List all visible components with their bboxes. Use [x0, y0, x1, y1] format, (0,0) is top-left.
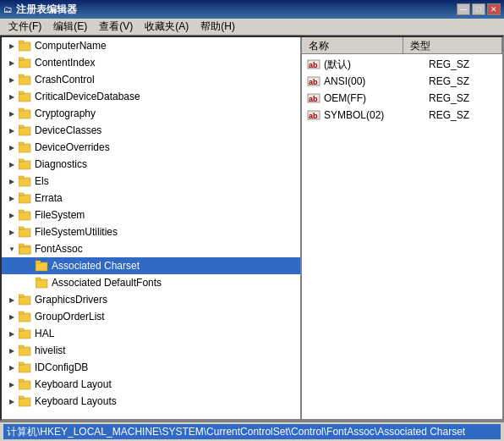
tree-expand-icon[interactable]: ▶ — [5, 361, 19, 374]
tree-item[interactable]: ▶ ContentIndex — [2, 54, 300, 71]
tree-expand-icon[interactable]: ▶ — [5, 141, 19, 154]
tree-item[interactable]: Associated DefaultFonts — [2, 274, 300, 291]
svg-rect-39 — [19, 364, 30, 372]
tree-item[interactable]: ▼ FontAssoc — [2, 240, 300, 257]
svg-rect-11 — [19, 125, 24, 128]
tree-expand-icon[interactable] — [22, 259, 36, 273]
menu-item[interactable]: 文件(F) — [3, 18, 47, 36]
tree-item-label: CrashControl — [35, 74, 95, 85]
tree-item[interactable]: ▶ Keyboard Layouts — [2, 393, 300, 410]
tree-expand-icon[interactable]: ▶ — [5, 191, 19, 205]
registry-item[interactable]: ab SYMBOL(02)REG_SZ — [304, 107, 501, 124]
tree-expand-icon[interactable]: ▼ — [5, 242, 19, 256]
svg-rect-15 — [19, 159, 24, 162]
tree-item[interactable]: ▶ Keyboard Layout — [2, 376, 300, 393]
tree-expand-icon[interactable]: ▶ — [5, 107, 19, 120]
tree-item[interactable]: ▶ ComputerName — [2, 37, 300, 54]
svg-rect-43 — [19, 398, 30, 406]
tree-item[interactable]: ▶ Els — [2, 173, 300, 190]
svg-rect-1 — [19, 41, 24, 43]
svg-rect-2 — [19, 59, 30, 68]
tree-item-label: IDConfigDB — [35, 361, 88, 373]
folder-closed-icon — [36, 260, 49, 272]
tree-expand-icon[interactable]: ▶ — [5, 157, 19, 171]
tree-expand-icon[interactable]: ▶ — [5, 208, 19, 222]
svg-rect-31 — [19, 296, 30, 305]
folder-closed-icon — [19, 378, 32, 390]
folder-closed-icon — [19, 91, 32, 102]
tree-expand-icon[interactable]: ▶ — [5, 90, 19, 103]
menu-item[interactable]: 查看(V) — [94, 18, 138, 36]
tree-item[interactable]: ▶ DeviceOverrides — [2, 139, 300, 156]
svg-rect-6 — [19, 93, 30, 102]
tree-item[interactable]: ▶ CriticalDeviceDatabase — [2, 88, 300, 105]
tree-expand-icon[interactable]: ▶ — [5, 378, 19, 391]
tree-item-label: FileSystemUtilities — [35, 226, 118, 238]
tree-item-label: ContentIndex — [35, 57, 95, 69]
tree-item[interactable]: ▶ CrashControl — [2, 71, 300, 88]
maximize-button[interactable]: □ — [472, 3, 485, 15]
menu-bar: 文件(F)编辑(E)查看(V)收藏夹(A)帮助(H) — [0, 19, 504, 36]
tree-expand-icon[interactable]: ▶ — [5, 344, 19, 357]
tree-expand-icon[interactable]: ▶ — [5, 39, 19, 52]
tree-item-label: HAL — [35, 328, 54, 339]
folder-closed-icon — [19, 40, 32, 52]
svg-rect-37 — [19, 347, 30, 356]
svg-rect-21 — [19, 210, 24, 212]
svg-rect-7 — [19, 91, 24, 94]
registry-item[interactable]: ab OEM(FF)REG_SZ — [304, 90, 501, 107]
tree-item[interactable]: ▶ IDConfigDB — [2, 359, 300, 376]
tree-expand-icon[interactable]: ▶ — [5, 327, 19, 340]
tree-item-label: Errata — [35, 192, 63, 204]
svg-rect-32 — [19, 295, 24, 297]
folder-closed-icon — [19, 141, 32, 153]
folder-closed-icon — [19, 328, 32, 339]
tree-item[interactable]: ▶ hivelist — [2, 342, 300, 359]
folder-closed-icon — [19, 107, 32, 119]
header-type: 类型 — [403, 37, 502, 53]
tree-item[interactable]: ▶ GroupOrderList — [2, 308, 300, 325]
tree-item[interactable]: ▶ FileSystem — [2, 207, 300, 223]
tree-expand-icon[interactable]: ▶ — [5, 174, 19, 188]
tree-item[interactable]: ▶ DeviceClasses — [2, 122, 300, 139]
tree-item[interactable]: ▶ HAL — [2, 325, 300, 342]
folder-closed-icon — [19, 175, 32, 187]
menu-item[interactable]: 编辑(E) — [48, 18, 92, 36]
tree-item[interactable]: ▶ Errata — [2, 190, 300, 207]
tree-expand-icon[interactable]: ▶ — [5, 124, 19, 137]
registry-item[interactable]: ab ANSI(00)REG_SZ — [304, 73, 501, 90]
registry-item[interactable]: ab (默认)REG_SZ — [304, 56, 501, 73]
svg-rect-3 — [19, 58, 24, 60]
svg-rect-0 — [19, 42, 30, 51]
tree-expand-icon[interactable]: ▶ — [5, 73, 19, 86]
tree-item[interactable]: ▶ Cryptography — [2, 105, 300, 122]
tree-expand-icon[interactable]: ▶ — [5, 225, 19, 239]
svg-rect-26 — [19, 247, 30, 254]
svg-rect-20 — [19, 212, 30, 220]
tree-expand-icon[interactable] — [22, 276, 36, 289]
registry-value-name: ANSI(00) — [324, 75, 425, 87]
tree-item[interactable]: ▶ FileSystemUtilities — [2, 223, 300, 240]
tree-expand-icon[interactable]: ▶ — [5, 394, 19, 408]
menu-item[interactable]: 帮助(H) — [195, 18, 240, 36]
tree-expand-icon[interactable]: ▶ — [5, 310, 19, 323]
tree-item[interactable]: ▶ GraphicsDrivers — [2, 291, 300, 308]
svg-rect-42 — [19, 379, 24, 382]
tree-item-label: Associated DefaultFonts — [52, 277, 162, 289]
close-button[interactable]: ✕ — [487, 3, 501, 15]
folder-closed-icon — [19, 57, 32, 69]
tree-item[interactable]: ▶ Diagnostics — [2, 156, 300, 173]
svg-rect-19 — [19, 193, 24, 196]
svg-rect-13 — [19, 142, 24, 145]
registry-value-icon: ab — [307, 109, 320, 121]
registry-list: ab (默认)REG_SZ ab ANSI(00)REG_SZ ab OEM(F… — [302, 54, 502, 125]
tree-expand-icon[interactable]: ▶ — [5, 56, 19, 69]
minimize-button[interactable]: — — [457, 3, 470, 15]
menu-item[interactable]: 收藏夹(A) — [140, 18, 194, 36]
tree-item[interactable]: Associated Charset — [2, 257, 300, 274]
tree-expand-icon[interactable]: ▶ — [5, 293, 19, 306]
registry-value-type: REG_SZ — [429, 75, 469, 87]
tree-scroll[interactable]: ▶ ComputerName▶ ContentIndex▶ CrashContr… — [2, 37, 300, 419]
folder-closed-icon — [19, 209, 32, 221]
tree-item-label: DeviceClasses — [35, 124, 101, 136]
